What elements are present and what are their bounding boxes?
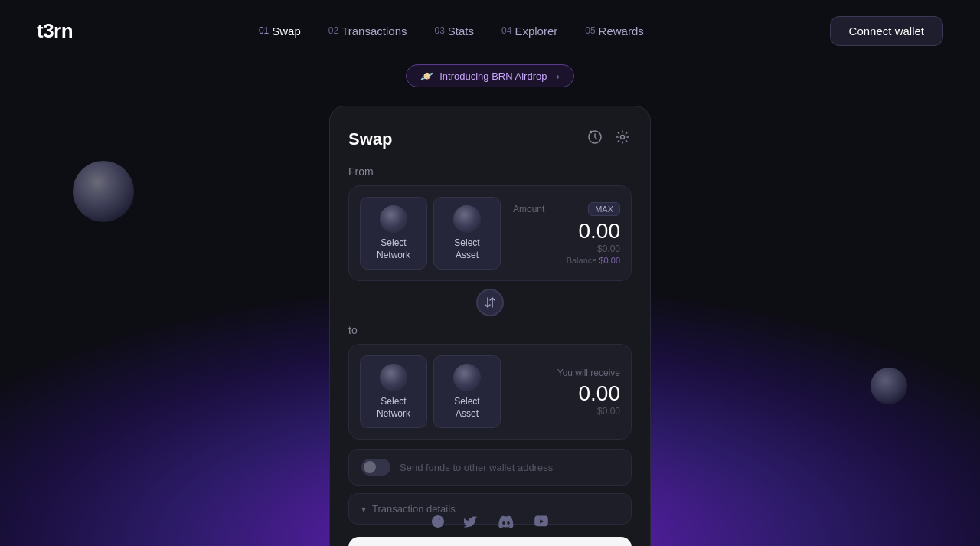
from-label: From	[348, 165, 632, 178]
nav-num-rewards: 05	[585, 25, 595, 36]
logo: t3rn	[37, 19, 73, 43]
svg-point-1	[621, 136, 625, 139]
nav-label-swap: Swap	[272, 25, 301, 38]
send-other-toggle[interactable]	[361, 459, 390, 476]
receive-value: 0.00	[579, 381, 621, 406]
nav: 01 Swap 02 Transactions 03 Stats 04 Expl…	[259, 25, 644, 38]
nav-item-swap[interactable]: 01 Swap	[259, 25, 301, 38]
to-amount-section: You will receive 0.00 $0.00	[507, 368, 620, 417]
to-asset-button[interactable]: SelectAsset	[433, 355, 501, 428]
to-asset-orb	[453, 364, 481, 391]
from-asset-label: SelectAsset	[454, 237, 479, 261]
header: t3rn 01 Swap 02 Transactions 03 Stats 04…	[0, 0, 980, 61]
to-label: to	[348, 324, 632, 336]
twitter-icon[interactable]	[464, 514, 479, 533]
nav-item-transactions[interactable]: 02 Transactions	[328, 25, 407, 38]
receive-label: You will receive	[557, 368, 620, 378]
youtube-icon[interactable]	[533, 513, 550, 534]
banner-wrap: 🪐 Introducing BRN Airdrop ›	[0, 64, 980, 87]
footer	[0, 501, 980, 546]
banner-text: Introducing BRN Airdrop	[439, 70, 547, 82]
nav-label-stats: Stats	[448, 25, 474, 38]
swap-card: Swap From	[329, 106, 651, 546]
banner-arrow-icon: ›	[556, 70, 559, 82]
amount-top: Amount MAX	[513, 202, 620, 216]
banner-icon: 🪐	[420, 70, 433, 82]
from-asset-orb	[453, 205, 481, 233]
amount-label: Amount	[513, 204, 544, 214]
toggle-knob	[364, 461, 376, 473]
history-icon-button[interactable]	[586, 128, 604, 150]
max-button[interactable]: MAX	[588, 202, 620, 216]
settings-icon-button[interactable]	[613, 128, 632, 150]
nav-num-transactions: 02	[328, 25, 338, 36]
swap-title: Swap	[348, 129, 392, 149]
receive-usd: $0.00	[597, 406, 620, 417]
balance-row: Balance $0.00	[567, 256, 620, 265]
main-content: Swap From	[0, 106, 980, 546]
from-amount-usd: $0.00	[513, 244, 620, 254]
nav-num-stats: 03	[434, 25, 444, 36]
swap-direction-button[interactable]	[476, 289, 504, 316]
nav-num-swap: 01	[259, 25, 269, 36]
swap-direction-wrap	[348, 289, 632, 316]
nav-num-explorer: 04	[501, 25, 511, 36]
from-asset-button[interactable]: SelectAsset	[433, 197, 501, 270]
send-other-text: Send funds to other wallet address	[400, 462, 553, 473]
swap-card-header: Swap	[348, 128, 632, 150]
to-asset-label: SelectAsset	[454, 396, 479, 420]
swap-icon-group	[586, 128, 632, 150]
nav-label-rewards: Rewards	[599, 25, 644, 38]
send-other-wrap: Send funds to other wallet address	[348, 449, 632, 486]
to-asset-row: SelectNetwork SelectAsset You will recei…	[348, 344, 632, 440]
nav-item-stats[interactable]: 03 Stats	[434, 25, 474, 38]
nav-item-explorer[interactable]: 04 Explorer	[501, 25, 557, 38]
from-network-label: SelectNetwork	[377, 237, 410, 261]
nav-label-transactions: Transactions	[341, 25, 407, 38]
nav-label-explorer: Explorer	[514, 25, 557, 38]
to-network-label: SelectNetwork	[377, 396, 410, 420]
telegram-icon[interactable]	[430, 514, 446, 533]
from-network-orb	[380, 205, 407, 233]
nav-item-rewards[interactable]: 05 Rewards	[585, 25, 644, 38]
from-network-button[interactable]: SelectNetwork	[360, 197, 427, 270]
discord-icon[interactable]	[498, 513, 514, 534]
to-network-button[interactable]: SelectNetwork	[360, 355, 427, 428]
balance-label: Balance	[567, 256, 599, 265]
to-network-orb	[380, 364, 407, 391]
balance-value: $0.00	[599, 256, 620, 265]
from-amount-section: Amount MAX 0.00 $0.00 Balance $0.00	[507, 202, 620, 265]
from-amount-value: 0.00	[513, 219, 620, 244]
from-asset-row: SelectNetwork SelectAsset Amount MAX 0.0…	[348, 185, 632, 281]
connect-wallet-header-button[interactable]: Connect wallet	[830, 16, 943, 46]
banner[interactable]: 🪐 Introducing BRN Airdrop ›	[406, 64, 574, 87]
